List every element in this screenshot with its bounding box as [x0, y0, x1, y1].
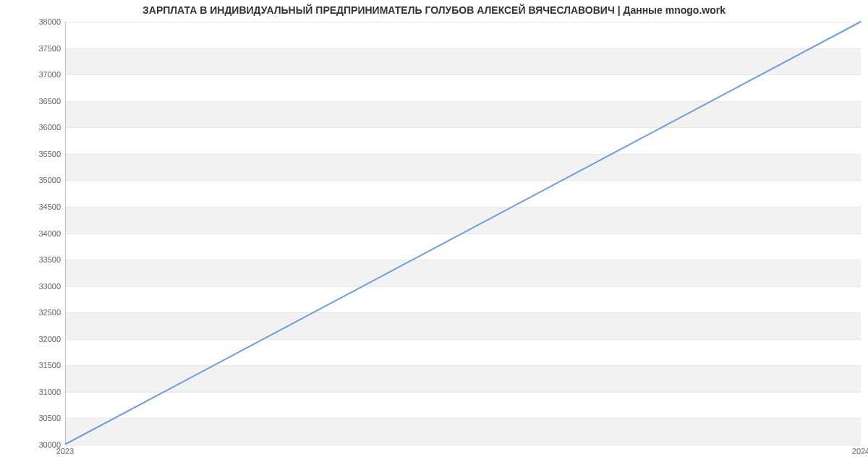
plot-area — [65, 22, 861, 445]
y-tick-label: 35000 — [3, 176, 61, 184]
line-layer — [66, 22, 861, 444]
y-tick-label: 32500 — [3, 308, 61, 317]
y-tick-label: 38000 — [3, 17, 61, 26]
chart-title: ЗАРПЛАТА В ИНДИВИДУАЛЬНЫЙ ПРЕДПРИНИМАТЕЛ… — [0, 4, 868, 16]
y-tick-label: 37000 — [3, 70, 61, 79]
y-tick-label: 34500 — [3, 202, 61, 211]
y-tick-label: 32000 — [3, 335, 61, 343]
data-line — [66, 22, 861, 444]
gridline — [66, 445, 861, 445]
y-tick-label: 36000 — [3, 123, 61, 132]
y-tick-label: 33500 — [3, 255, 61, 264]
chart-container: ЗАРПЛАТА В ИНДИВИДУАЛЬНЫЙ ПРЕДПРИНИМАТЕЛ… — [0, 0, 868, 470]
y-tick-label: 36500 — [3, 97, 61, 106]
y-tick-label: 31500 — [3, 361, 61, 369]
y-tick-label: 31000 — [3, 388, 61, 396]
y-tick-label: 33000 — [3, 282, 61, 291]
y-tick-label: 37500 — [3, 44, 61, 53]
x-tick-label: 2023 — [56, 447, 74, 456]
x-tick-label: 2024 — [852, 447, 868, 456]
y-tick-label: 30000 — [3, 440, 61, 449]
y-tick-label: 35500 — [3, 150, 61, 158]
y-tick-label: 34000 — [3, 229, 61, 238]
y-tick-label: 30500 — [3, 414, 61, 422]
